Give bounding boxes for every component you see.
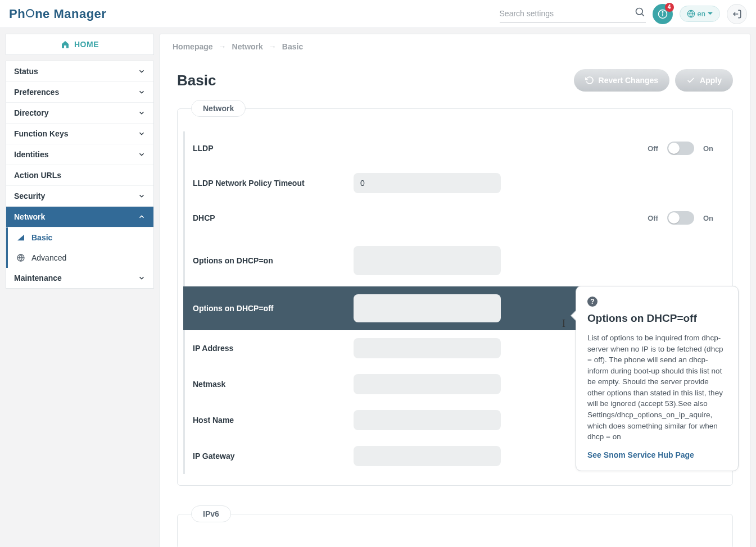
lldp-toggle[interactable] [667,142,694,155]
sidebar-nav: Status Preferences Directory Function Ke… [6,61,154,289]
breadcrumb-basic[interactable]: Basic [282,42,303,51]
sidebar-item-identities[interactable]: Identities [6,144,153,165]
home-icon [61,40,70,49]
sidebar-item-status[interactable]: Status [6,61,153,82]
home-button[interactable]: HOME [6,34,154,55]
sidebar-item-network[interactable]: Network [6,207,153,227]
help-icon: ? [587,297,597,307]
language-label: en [698,10,705,18]
options-dhcp-off-input[interactable] [354,294,501,322]
home-label: HOME [74,40,99,49]
revert-changes-button[interactable]: Revert Changes [574,69,670,92]
chevron-down-icon [138,67,146,75]
tooltip-link[interactable]: See Snom Service Hub Page [587,450,727,459]
breadcrumb: Homepage → Network → Basic [160,34,750,59]
tooltip-body: List of options to be inquired from dhcp… [587,332,727,443]
hostname-input[interactable] [354,410,501,430]
netmask-input[interactable] [354,374,501,394]
breadcrumb-network[interactable]: Network [232,42,263,51]
hostname-label: Host Name [185,416,354,425]
dhcp-toggle[interactable] [667,211,694,225]
lldp-timeout-input[interactable] [354,173,501,193]
ip-gateway-label: IP Gateway [185,452,354,461]
signal-icon [16,233,26,242]
chevron-down-icon [138,151,146,158]
lldp-label: LLDP [185,144,354,153]
globe-icon [16,253,26,262]
panel-legend-ipv6: IPv6 [191,505,231,522]
chevron-down-icon [138,88,146,96]
sidebar-subitem-advanced[interactable]: Advanced [8,248,153,268]
svg-point-0 [636,8,642,15]
breadcrumb-homepage[interactable]: Homepage [173,42,213,51]
lldp-off-label: Off [648,144,658,153]
chevron-down-icon [138,109,146,117]
options-dhcp-off-label: Options on DHCP=off [185,304,354,313]
dhcp-on-label: On [703,214,713,222]
netmask-label: Netmask [185,380,354,389]
panel-legend-network: Network [191,100,246,117]
search-field[interactable] [500,4,646,23]
lldp-on-label: On [703,144,713,153]
dhcp-off-label: Off [648,214,658,222]
help-tooltip: ? Options on DHCP=off List of options to… [576,286,739,471]
options-dhcp-on-input[interactable] [354,246,501,275]
chevron-down-icon [138,192,146,200]
chevron-down-icon [138,274,146,282]
search-input[interactable] [500,9,635,18]
tooltip-title: Options on DHCP=off [587,312,727,325]
svg-point-4 [662,11,663,12]
svg-line-1 [641,14,644,16]
check-icon [686,76,695,85]
ip-address-label: IP Address [185,344,354,353]
apply-button[interactable]: Apply [675,69,733,92]
ip-address-input[interactable] [354,338,501,358]
page-title: Basic [177,72,216,89]
sidebar-item-maintenance[interactable]: Maintenance [6,268,153,288]
sidebar-item-security[interactable]: Security [6,186,153,207]
sidebar-item-preferences[interactable]: Preferences [6,82,153,103]
sidebar-item-function-keys[interactable]: Function Keys [6,124,153,144]
arrow-right-icon: → [269,42,277,51]
search-icon[interactable] [635,7,646,20]
notification-badge: 4 [665,3,674,12]
app-logo: Phne Manager [9,7,106,21]
lldp-timeout-label: LLDP Network Policy Timeout [185,179,354,188]
info-button[interactable]: 4 [653,4,673,24]
options-dhcp-on-label: Options on DHCP=on [185,256,354,265]
chevron-up-icon [138,213,146,221]
history-icon [585,76,594,85]
logout-button[interactable] [727,4,747,24]
arrow-right-icon: → [219,42,227,51]
ip-gateway-input[interactable] [354,446,501,466]
chevron-down-icon [708,11,713,16]
ipv6-panel: IPv6 [177,514,733,547]
sidebar-subitem-basic[interactable]: Basic [8,227,153,248]
language-selector[interactable]: en [680,6,720,22]
chevron-down-icon [138,130,146,138]
sidebar-item-action-urls[interactable]: Action URLs [6,165,153,186]
sidebar-item-directory[interactable]: Directory [6,103,153,124]
dhcp-label: DHCP [185,213,354,222]
